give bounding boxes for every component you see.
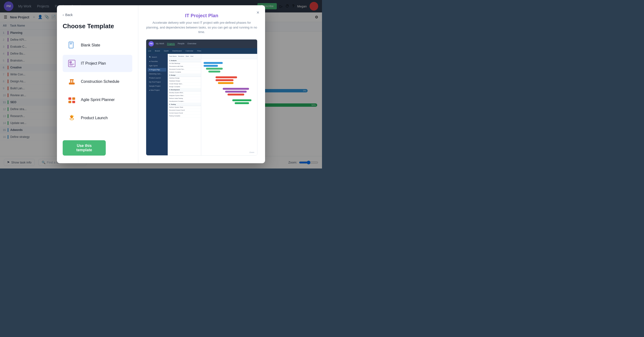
pgbar-10	[228, 94, 244, 96]
template-label-product-launch: Product Launch	[81, 116, 108, 120]
template-icon-product-launch	[66, 113, 77, 123]
pgbar-2	[204, 65, 218, 67]
preview-task-row-8: Design Complete	[168, 86, 201, 88]
preview-tab-board: Board	[155, 50, 160, 52]
preview-task-row-10: Integrate System Mod...	[168, 94, 201, 97]
back-button[interactable]: ‹ Back	[63, 13, 132, 17]
svg-rect-14	[72, 101, 75, 103]
preview-screenshot: PM My Work Projects People Overview List…	[146, 40, 257, 156]
preview-sidebar-sample: Sample Project	[148, 84, 166, 88]
preview-task-row-2: Discussions with Stak...	[168, 65, 201, 68]
pgbar-4	[208, 71, 220, 73]
preview-task-row-6: Database Design	[168, 80, 201, 83]
preview-top-bar: PM My Work Projects People Overview	[146, 40, 257, 48]
svg-rect-7	[69, 83, 75, 85]
modal-right-panel: × IT Project Plan Accelerate delivery wi…	[138, 5, 265, 163]
preview-zoom-label: Zoom	[250, 151, 254, 153]
template-item-it-project-plan[interactable]: IT Project Plan	[63, 55, 132, 72]
svg-rect-0	[69, 42, 73, 48]
template-item-product-launch[interactable]: Product Launch	[63, 109, 132, 127]
preview-sidebar-favorites: ★ Favorites	[148, 60, 166, 64]
preview-task-row-7: Create Design Spec...	[168, 83, 201, 86]
preview-task-col: Task Name Duration Start End 1. Analysis…	[168, 54, 201, 156]
preview-task-row-1: On-Site Meetings	[168, 62, 201, 65]
preview-description: Accelerate delivery with your next IT pr…	[146, 20, 258, 35]
preview-gantt-header	[201, 54, 257, 59]
pgbar-5	[216, 76, 237, 78]
preview-tab-gantt: Gantt	[164, 50, 169, 52]
preview-logo: PM	[148, 41, 154, 47]
preview-nav-my-work: My Work	[156, 42, 164, 45]
preview-task-section-dev: 4. Development	[168, 88, 201, 91]
svg-rect-3	[68, 60, 75, 67]
back-label: Back	[65, 13, 73, 17]
preview-sidebar-new: ● New Project	[148, 88, 166, 92]
template-item-agile-sprint[interactable]: Agile Sprint Planner	[63, 91, 132, 108]
template-item-construction[interactable]: Construction Schedule	[63, 73, 132, 90]
template-icon-it-project-plan	[66, 58, 77, 69]
preview-sidebar-first: My First Project	[148, 80, 166, 84]
preview-tab-list: List	[148, 50, 151, 52]
preview-task-row-16: Testing Complete	[168, 115, 201, 118]
svg-rect-11	[68, 97, 71, 100]
modal-title: Choose Template	[63, 23, 132, 30]
template-label-blank: Blank Slate	[81, 43, 100, 47]
preview-task-header: Task Name Duration Start End	[168, 54, 201, 59]
preview-main: Task Name Duration Start End 1. Analysis…	[168, 54, 257, 156]
preview-body: 🔍 Search ★ Favorites Agile Sprint IT Pro…	[146, 54, 257, 156]
svg-rect-10	[70, 79, 74, 80]
preview-sub-bar: List Board Gantt Dashboard Calendar File…	[146, 48, 257, 54]
template-icon-agile-sprint	[66, 95, 77, 105]
modal-left-panel: ‹ Back Choose Template Blank Slate IT Pr…	[57, 5, 138, 163]
pgbar-11	[232, 99, 252, 101]
preview-task-section-analysis: 1. Analysis	[168, 59, 201, 62]
preview-task-row-15: Correct Issues Found	[168, 112, 201, 115]
preview-sidebar-agile: Agile Sprint	[148, 64, 166, 68]
preview-sidebar-marketing: Marketing Cam...	[148, 72, 166, 76]
preview-gantt: Zoom	[201, 54, 257, 156]
pgbar-8	[223, 88, 249, 90]
svg-point-16	[71, 115, 72, 116]
preview-task-row-12: Development Complet...	[168, 100, 201, 103]
preview-nav-tabs: My Work Projects People Overview	[156, 42, 196, 45]
preview-task-row-11: Perform Initial Testing	[168, 97, 201, 100]
preview-tab-files: Files	[197, 50, 201, 52]
preview-tab-calendar: Calendar	[186, 50, 193, 52]
preview-task-row-13: Perform System Tests	[168, 106, 201, 109]
preview-sidebar-product: Product Launch	[148, 76, 166, 80]
template-icon-construction	[66, 76, 77, 87]
template-icon-blank	[66, 40, 77, 51]
preview-nav-projects: Projects	[167, 42, 175, 45]
preview-task-section-design: 3. Design	[168, 74, 201, 77]
svg-rect-6	[70, 65, 73, 65]
template-list: Blank Slate IT Project Plan Construction…	[63, 37, 132, 136]
preview-nav-people: People	[178, 42, 184, 45]
svg-rect-12	[72, 97, 75, 100]
preview-task-row-3: Document Current Sys...	[168, 68, 201, 71]
preview-task-row-4: Analysis Complete	[168, 71, 201, 74]
preview-task-row-5: Interface Design	[168, 77, 201, 80]
use-template-button[interactable]: Use this template	[63, 140, 106, 156]
pgbar-6	[216, 79, 234, 81]
svg-rect-5	[70, 64, 74, 64]
template-label-construction: Construction Schedule	[81, 80, 119, 84]
preview-task-row-14: Document Issues Found	[168, 109, 201, 112]
preview-screenshot-container: PM My Work Projects People Overview List…	[146, 39, 258, 156]
svg-rect-13	[68, 101, 71, 103]
pgbar-9	[225, 91, 247, 93]
pgbar-3	[206, 68, 223, 70]
modal-overlay: ‹ Back Choose Template Blank Slate IT Pr…	[0, 0, 322, 169]
pgbar-7	[218, 82, 234, 84]
pgbar-12	[235, 102, 249, 104]
preview-title: IT Project Plan	[146, 13, 258, 19]
preview-sidebar: 🔍 Search ★ Favorites Agile Sprint IT Pro…	[146, 54, 168, 156]
back-arrow-icon: ‹	[63, 13, 64, 17]
preview-sidebar-search: 🔍 Search	[148, 55, 166, 59]
template-item-blank[interactable]: Blank Slate	[63, 37, 132, 54]
svg-rect-1	[70, 43, 72, 43]
close-button[interactable]: ×	[254, 9, 261, 16]
template-label-it-project-plan: IT Project Plan	[81, 61, 106, 66]
preview-sidebar-it-project: IT Project Plan	[148, 68, 166, 72]
modal-dialog: ‹ Back Choose Template Blank Slate IT Pr…	[57, 5, 265, 163]
preview-tab-dashboard: Dashboard	[172, 50, 182, 52]
